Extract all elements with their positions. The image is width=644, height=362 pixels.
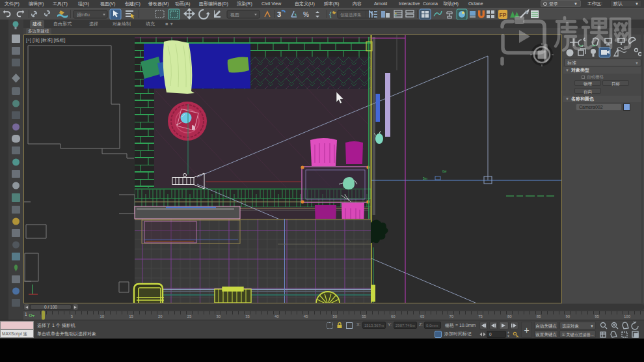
svg-text:3: 3: [277, 10, 281, 18]
svg-text:%: %: [303, 11, 309, 18]
svg-text:摄influ: 摄influ: [77, 12, 90, 16]
svg-text:[+] [顶] [标准] [线框]: [+] [顶] [标准] [线框]: [26, 38, 66, 43]
svg-text:5m: 5m: [423, 176, 427, 180]
svg-text:创建选择集: 创建选择集: [340, 12, 362, 17]
svg-text:视图: 视图: [230, 12, 239, 17]
svg-text:FP: FP: [500, 11, 507, 18]
svg-text:0w: 0w: [442, 169, 447, 173]
svg-text:{: {: [329, 10, 332, 18]
